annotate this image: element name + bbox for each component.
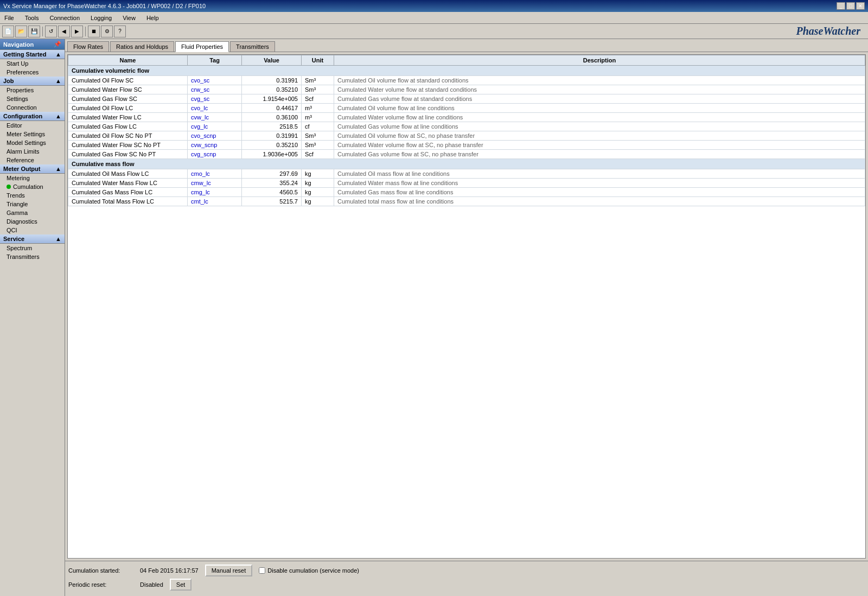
row-value: 0.44617	[242, 104, 302, 113]
row-unit: Sm³	[302, 85, 334, 94]
sidebar-item-model-settings[interactable]: Model Settings	[0, 138, 65, 147]
row-value: 0.36100	[242, 113, 302, 122]
toolbar-separator-1	[42, 27, 43, 36]
row-unit: cf	[302, 122, 334, 131]
forward-button[interactable]: ▶	[71, 26, 83, 37]
row-tag: cvg_sc	[188, 94, 242, 104]
disable-cumulation-label: Disable cumulation (service mode)	[259, 567, 359, 574]
sidebar-item-trends[interactable]: Trends	[0, 191, 65, 200]
tab-flow-rates[interactable]: Flow Rates	[67, 41, 109, 52]
row-tag: cvg_scnp	[188, 150, 242, 159]
periodic-reset-value: Disabled	[140, 581, 163, 588]
save-button[interactable]: 💾	[28, 26, 40, 37]
row-unit: Sm³	[302, 141, 334, 150]
table-row: Cumulated Gas Flow SC No PTcvg_scnp1.903…	[68, 150, 865, 159]
row-unit: kg	[302, 169, 334, 179]
sidebar-item-metering[interactable]: Metering	[0, 174, 65, 182]
row-unit: Sm³	[302, 131, 334, 141]
tab-transmitters[interactable]: Transmitters	[230, 41, 275, 52]
sidebar-item-alarm-limits[interactable]: Alarm Limits	[0, 147, 65, 156]
open-button[interactable]: 📂	[15, 26, 27, 37]
row-description: Cumulated Gas mass flow at line conditio…	[334, 188, 865, 197]
close-button[interactable]: ✕	[856, 2, 865, 10]
row-name: Cumulated Oil Flow SC	[68, 76, 188, 85]
nav-section-service[interactable]: Service ▲	[0, 234, 65, 244]
table-row: Cumulated Oil Flow LCcvo_lc0.44617m³Cumu…	[68, 104, 865, 113]
row-tag: cvw_scnp	[188, 141, 242, 150]
sidebar-item-editor[interactable]: Editor	[0, 121, 65, 130]
menu-help[interactable]: Help	[144, 14, 161, 22]
row-unit: m³	[302, 113, 334, 122]
row-description: Cumulated Gas volume flow at SC, no phas…	[334, 150, 865, 159]
row-tag: cvo_sc	[188, 76, 242, 85]
nav-section-meter-output[interactable]: Meter Output ▲	[0, 164, 65, 174]
row-description: Cumulated Gas volume flow at standard co…	[334, 94, 865, 104]
sidebar-item-settings[interactable]: Settings	[0, 94, 65, 103]
stop-button[interactable]: ⏹	[88, 26, 100, 37]
settings-button[interactable]: ⚙	[101, 26, 113, 37]
row-unit: kg	[302, 188, 334, 197]
sidebar-item-cumulation[interactable]: Cumulation	[0, 182, 65, 191]
table-row: Cumulated Oil Flow SC No PTcvo_scnp0.319…	[68, 131, 865, 141]
menu-bar: File Tools Connection Logging View Help	[0, 12, 868, 24]
data-table: Name Tag Value Unit Description Cumulati…	[68, 55, 865, 206]
minimize-button[interactable]: _	[837, 2, 845, 10]
sidebar-item-meter-settings[interactable]: Meter Settings	[0, 130, 65, 138]
row-tag: cmw_lc	[188, 179, 242, 188]
row-description: Cumulated Gas volume flow at line condit…	[334, 122, 865, 131]
title-bar: Vx Service Manager for PhaseWatcher 4.6.…	[0, 0, 868, 12]
row-value: 355.24	[242, 179, 302, 188]
nav-header: Navigation 📌	[0, 39, 65, 50]
back-button[interactable]: ◀	[58, 26, 70, 37]
col-header-unit: Unit	[302, 55, 334, 66]
sidebar-item-reference[interactable]: Reference	[0, 156, 65, 164]
help-toolbar-button[interactable]: ?	[114, 26, 126, 37]
nav-pin-icon[interactable]: 📌	[54, 41, 61, 48]
sidebar-item-diagnostics[interactable]: Diagnostics	[0, 217, 65, 226]
main-layout: Navigation 📌 Getting Started ▲ Start Up …	[0, 39, 868, 596]
col-header-desc: Description	[334, 55, 865, 66]
sidebar-item-gamma[interactable]: Gamma	[0, 208, 65, 217]
nav-section-configuration[interactable]: Configuration ▲	[0, 112, 65, 121]
row-value: 0.35210	[242, 141, 302, 150]
sidebar-item-qci[interactable]: QCI	[0, 226, 65, 234]
table-section-header: Cumulative mass flow	[68, 159, 865, 169]
menu-connection[interactable]: Connection	[47, 14, 82, 22]
menu-logging[interactable]: Logging	[88, 14, 114, 22]
row-value: 4560.5	[242, 188, 302, 197]
disable-cumulation-checkbox[interactable]	[259, 567, 265, 574]
cumulation-started-label: Cumulation started:	[68, 567, 133, 574]
row-name: Cumulated Gas Flow SC	[68, 94, 188, 104]
nav-section-job[interactable]: Job ▲	[0, 77, 65, 86]
window-controls[interactable]: _ □ ✕	[837, 2, 865, 10]
sidebar-item-triangle[interactable]: Triangle	[0, 200, 65, 208]
sidebar-item-spectrum[interactable]: Spectrum	[0, 244, 65, 252]
menu-view[interactable]: View	[120, 14, 138, 22]
sidebar-item-startup[interactable]: Start Up	[0, 59, 65, 68]
manual-reset-button[interactable]: Manual reset	[205, 565, 253, 576]
tab-fluid-properties[interactable]: Fluid Properties	[175, 41, 229, 52]
table-row: Cumulated Gas Flow SCcvg_sc1.9154e+005Sc…	[68, 94, 865, 104]
set-button[interactable]: Set	[170, 579, 192, 591]
col-header-tag: Tag	[188, 55, 242, 66]
sidebar-item-connection[interactable]: Connection	[0, 103, 65, 112]
refresh-button[interactable]: ↺	[45, 26, 57, 37]
sidebar-item-transmitters[interactable]: Transmitters	[0, 252, 65, 261]
row-tag: cvg_lc	[188, 122, 242, 131]
sidebar-item-properties[interactable]: Properties	[0, 86, 65, 94]
sidebar-item-preferences[interactable]: Preferences	[0, 68, 65, 77]
table-row: Cumulated Water Flow SC No PTcvw_scnp0.3…	[68, 141, 865, 150]
menu-tools[interactable]: Tools	[23, 14, 41, 22]
tab-ratios-holdups[interactable]: Ratios and Holdups	[110, 41, 174, 52]
content-area: Flow Rates Ratios and Holdups Fluid Prop…	[65, 39, 868, 596]
new-button[interactable]: 📄	[2, 26, 14, 37]
row-name: Cumulated Water Flow SC	[68, 85, 188, 94]
menu-file[interactable]: File	[2, 14, 16, 22]
maximize-button[interactable]: □	[846, 2, 855, 10]
row-name: Cumulated Oil Mass Flow LC	[68, 169, 188, 179]
table-section-header: Cumulative volumetric flow	[68, 66, 865, 76]
periodic-reset-label: Periodic reset:	[68, 581, 133, 588]
nav-section-getting-started[interactable]: Getting Started ▲	[0, 50, 65, 59]
row-description: Cumulated Oil volume flow at SC, no phas…	[334, 131, 865, 141]
row-tag: cvw_lc	[188, 113, 242, 122]
